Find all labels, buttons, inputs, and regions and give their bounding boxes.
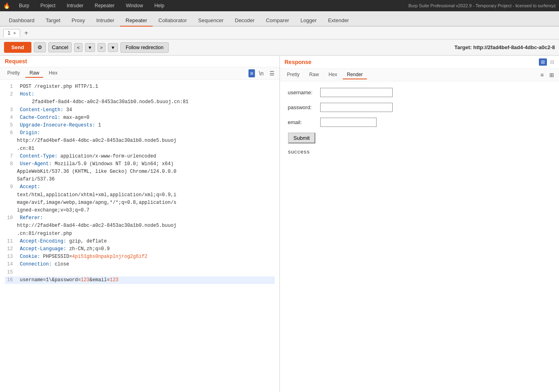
response-tabs: Pretty Raw Hex Render ≡ ⊞ xyxy=(280,69,559,81)
repeater-tabs: 1 × + xyxy=(0,27,559,39)
request-icon-menu[interactable]: ☰ xyxy=(268,69,276,77)
password-input[interactable] xyxy=(320,103,393,112)
follow-redirection-button[interactable]: Follow redirection xyxy=(120,42,169,53)
response-tab-icons: ≡ ⊞ xyxy=(539,71,556,79)
request-line-9: 9 Accept: xyxy=(5,183,275,191)
request-line-16: 16 username=1\&password=123&email=123 xyxy=(5,276,275,284)
password-label: password: xyxy=(288,104,320,110)
menu-window[interactable]: Window xyxy=(123,1,145,10)
request-line-5: 5 Upgrade-Insecure-Requests: 1 xyxy=(5,122,275,129)
request-title: Request xyxy=(0,56,280,67)
email-row: email: xyxy=(288,118,551,127)
rendered-form: username: password: email: Submit succes… xyxy=(288,88,551,155)
request-icon-wrap[interactable]: \n xyxy=(257,69,265,77)
response-content: username: password: email: Submit succes… xyxy=(280,81,559,392)
response-tab-hex[interactable]: Hex xyxy=(325,71,341,79)
tab-decoder[interactable]: Decoder xyxy=(229,15,260,27)
tab-intruder[interactable]: Intruder xyxy=(91,15,120,27)
send-button[interactable]: Send xyxy=(4,42,31,53)
response-tab-pretty[interactable]: Pretty xyxy=(283,71,304,79)
request-line-9-cont3: igned-exchange;v=b3;q=0.7 xyxy=(5,207,275,214)
response-icon-list[interactable]: ≡ xyxy=(539,71,545,79)
email-input[interactable] xyxy=(320,118,377,127)
repeater-tab-label: 1 xyxy=(8,30,10,36)
tab-sequencer[interactable]: Sequencer xyxy=(193,15,229,27)
request-line-10-cont2: .cn:81/register.php xyxy=(5,230,275,238)
success-message: success xyxy=(288,149,551,155)
menu-burp[interactable]: Burp xyxy=(17,1,31,10)
toolbar: Send ⚙ Cancel < ▼ > ▼ Follow redirection… xyxy=(0,39,559,56)
request-line-7: 7 Content-Type: application/x-www-form-u… xyxy=(5,153,275,160)
request-line-2-cont: 2fad4bef-8ad4-4dbc-a0c2-8453ac30a1b0.nod… xyxy=(5,98,275,106)
request-line-10: 10 Referer: xyxy=(5,214,275,222)
request-panel: Request Pretty Raw Hex ≡ \n ☰ 1 POST /re… xyxy=(0,56,280,392)
menu-project[interactable]: Project xyxy=(38,1,58,10)
nav-forward-dropdown[interactable]: ▼ xyxy=(108,43,118,52)
request-line-6: 6 Origin: xyxy=(5,129,275,137)
nav-forward-button[interactable]: > xyxy=(97,43,106,52)
request-line-10-cont1: http://2fad4bef-8ad4-4dbc-a0c2-8453ac30a… xyxy=(5,222,275,230)
request-content[interactable]: 1 POST /register.php HTTP/1.1 2 Host: 2f… xyxy=(0,80,280,392)
menu-help[interactable]: Help xyxy=(152,1,167,10)
tab-extender[interactable]: Extender xyxy=(322,15,354,27)
burp-logo: 🔥 xyxy=(3,2,10,9)
submit-button[interactable]: Submit xyxy=(288,133,315,143)
request-line-9-cont2: mage/avif,image/webp,image/apng,*/*;q=0.… xyxy=(5,199,275,207)
tab-proxy[interactable]: Proxy xyxy=(66,15,91,27)
request-line-6-cont2: .cn:81 xyxy=(5,145,275,153)
request-line-9-cont1: text/html,application/xhtml+xml,applicat… xyxy=(5,191,275,199)
request-line-13: 13 Cookie: PHPSESSID=4pi51gbs0npakplnjro… xyxy=(5,253,275,261)
response-panel: Response ⊞ ⊟ Pretty Raw Hex Render ≡ ⊞ u… xyxy=(280,56,559,392)
response-title: Response xyxy=(283,57,313,67)
email-label: email: xyxy=(288,119,320,125)
request-tab-pretty[interactable]: Pretty xyxy=(3,69,24,78)
username-label: username: xyxy=(288,89,320,95)
tab-comparer[interactable]: Comparer xyxy=(260,15,295,27)
request-line-4: 4 Cache-Control: max-age=0 xyxy=(5,114,275,122)
username-row: username: xyxy=(288,88,551,97)
repeater-tab-close[interactable]: × xyxy=(13,31,16,35)
request-tabs: Pretty Raw Hex ≡ \n ☰ xyxy=(0,67,280,80)
nav-tabs: Dashboard Target Proxy Intruder Repeater… xyxy=(0,11,559,27)
menu-intruder[interactable]: Intruder xyxy=(64,1,86,10)
settings-button[interactable]: ⚙ xyxy=(34,42,46,52)
request-line-3: 3 Content-Length: 34 xyxy=(5,106,275,114)
tab-collaborator[interactable]: Collaborator xyxy=(153,15,193,27)
tab-dashboard[interactable]: Dashboard xyxy=(3,15,40,27)
tab-repeater[interactable]: Repeater xyxy=(120,15,153,27)
response-icon-split[interactable]: ⊟ xyxy=(549,58,556,66)
request-line-11: 11 Accept-Encoding: gzip, deflate xyxy=(5,238,275,245)
tab-logger[interactable]: Logger xyxy=(295,15,322,27)
response-icon-grid[interactable]: ⊞ xyxy=(539,58,547,66)
menu-repeater[interactable]: Repeater xyxy=(92,1,117,10)
menu-bar: 🔥 Burp Project Intruder Repeater Window … xyxy=(0,0,559,11)
password-row: password: xyxy=(288,103,551,112)
response-icon-wrap[interactable]: ⊞ xyxy=(548,71,556,79)
request-tab-icons: ≡ \n ☰ xyxy=(248,69,276,77)
request-line-1: 1 POST /register.php HTTP/1.1 xyxy=(5,83,275,91)
nav-back-dropdown[interactable]: ▼ xyxy=(85,43,95,52)
request-line-6-cont1: http://2fad4bef-8ad4-4dbc-a0c2-8453ac30a… xyxy=(5,137,275,145)
response-tab-render[interactable]: Render xyxy=(343,71,366,79)
request-tab-hex[interactable]: Hex xyxy=(45,69,61,78)
repeater-tab-add[interactable]: + xyxy=(22,29,30,37)
request-line-12: 12 Accept-Language: zh-CN,zh;q=0.9 xyxy=(5,245,275,253)
request-line-15: 15 xyxy=(5,269,275,276)
request-icon-list[interactable]: ≡ xyxy=(248,69,255,77)
main-content: Request Pretty Raw Hex ≡ \n ☰ 1 POST /re… xyxy=(0,56,559,392)
request-tab-raw[interactable]: Raw xyxy=(25,69,43,78)
app-title: Burp Suite Professional v2022.9 - Tempor… xyxy=(408,3,556,8)
repeater-tab-1[interactable]: 1 × xyxy=(3,29,20,37)
nav-back-button[interactable]: < xyxy=(74,43,82,52)
request-line-8-cont1: AppleWebKit/537.36 (KHTML, like Gecko) C… xyxy=(5,168,275,176)
response-tab-raw[interactable]: Raw xyxy=(305,71,323,79)
username-input[interactable] xyxy=(320,88,393,97)
target-display: Target: http://2fad4bef-8ad4-4dbc-a0c2-8 xyxy=(454,44,555,50)
request-line-8: 8 User-Agent: Mozilla/5.0 (Windows NT 10… xyxy=(5,160,275,168)
request-line-14: 14 Connection: close xyxy=(5,261,275,268)
cancel-button[interactable]: Cancel xyxy=(48,42,72,52)
tab-target[interactable]: Target xyxy=(40,15,66,27)
request-line-2: 2 Host: xyxy=(5,91,275,98)
request-line-8-cont2: Safari/537.36 xyxy=(5,176,275,183)
